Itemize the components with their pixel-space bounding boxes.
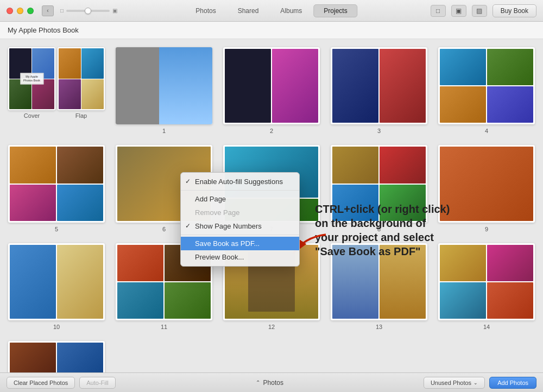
bottom-right: Unused Photos ⌄ Add Photos: [424, 377, 536, 389]
tab-albums[interactable]: Albums: [270, 4, 312, 17]
context-menu-item-save-pdf[interactable]: Save Book as PDF...: [181, 237, 299, 250]
slider-track[interactable]: [66, 10, 110, 12]
unused-photos-label: Unused Photos: [431, 380, 471, 386]
auto-fill-button: Auto-Fill: [79, 377, 115, 389]
back-button[interactable]: ‹: [42, 5, 54, 16]
add-photos-button[interactable]: Add Photos: [489, 377, 536, 389]
nav-arrows: ‹ □ ▣: [42, 5, 117, 16]
page-label: 5: [55, 226, 58, 232]
flap-label: Flap: [75, 112, 87, 119]
cover-label: Cover: [24, 112, 40, 119]
minimize-button[interactable]: [17, 8, 23, 14]
page-label: 3: [377, 128, 381, 134]
main-content: My ApplePhotos Book Cover Flap: [0, 39, 543, 372]
list-item[interactable]: 5: [8, 145, 105, 232]
context-menu-item-add-page[interactable]: Add Page: [181, 192, 299, 206]
page-title-bar: My Apple Photos Book: [0, 22, 543, 39]
traffic-lights: [7, 8, 34, 14]
unused-photos-button[interactable]: Unused Photos ⌄: [424, 377, 485, 389]
list-item[interactable]: My ApplePhotos Book Cover Flap: [8, 47, 105, 134]
page-label: 1: [162, 128, 166, 134]
slider-thumb[interactable]: [85, 8, 91, 14]
sidebar-icon[interactable]: ▨: [472, 5, 487, 17]
list-item[interactable]: 15: [8, 341, 105, 372]
context-menu-item-autofill[interactable]: Enable Auto-fill Suggestions: [181, 175, 299, 188]
share-icon[interactable]: □: [431, 5, 446, 17]
page-label: 10: [53, 324, 60, 330]
page-title: My Apple Photos Book: [8, 26, 79, 34]
tab-shared[interactable]: Shared: [228, 4, 269, 17]
context-menu-item-remove-page: Remove Page: [181, 206, 299, 219]
titlebar-right: □ ▣ ▨ Buy Book: [431, 4, 536, 17]
zoom-in-icon: ▣: [112, 8, 117, 14]
list-item[interactable]: 1: [116, 47, 212, 134]
list-item[interactable]: 3: [331, 47, 427, 134]
bottom-center: ⌃ Photos: [120, 379, 419, 387]
view-icon[interactable]: ▣: [451, 5, 466, 17]
context-menu: Enable Auto-fill Suggestions Add Page Re…: [180, 172, 300, 267]
callout-box: CTRL+click (or right click)on the backgr…: [315, 202, 500, 258]
context-menu-separator: [181, 190, 299, 191]
list-item[interactable]: 10: [8, 243, 105, 330]
tab-photos[interactable]: Photos: [185, 4, 226, 17]
zoom-slider: □ ▣: [60, 8, 117, 14]
page-label: 13: [376, 324, 382, 330]
bottom-bar: Clear Placed Photos Auto-Fill ⌃ Photos U…: [0, 372, 543, 392]
maximize-button[interactable]: [27, 8, 34, 14]
chevron-down-icon: ⌄: [473, 380, 478, 385]
page-label: 6: [162, 226, 166, 232]
titlebar: ‹ □ ▣ Photos Shared Albums Projects □ ▣ …: [0, 0, 543, 22]
buy-book-button[interactable]: Buy Book: [493, 4, 536, 17]
context-menu-item-show-page-numbers[interactable]: Show Page Numbers: [181, 219, 299, 233]
page-label: 12: [268, 324, 275, 330]
page-label: 14: [483, 324, 490, 330]
zoom-out-icon: □: [60, 8, 64, 14]
page-label: 11: [161, 324, 167, 330]
page-label: 2: [270, 128, 273, 134]
photos-label: Photos: [263, 379, 283, 387]
book-label: My ApplePhotos Book: [20, 73, 43, 84]
clear-placed-photos-button[interactable]: Clear Placed Photos: [7, 377, 75, 389]
list-item[interactable]: 2: [223, 47, 320, 134]
nav-tabs: Photos Shared Albums Projects: [185, 4, 357, 17]
context-menu-item-preview-book[interactable]: Preview Book...: [181, 250, 299, 264]
callout-text: CTRL+click (or right click)on the backgr…: [315, 202, 500, 258]
context-menu-separator-2: [181, 235, 299, 235]
page-label: 4: [485, 128, 488, 134]
list-item[interactable]: 4: [438, 47, 535, 134]
chevron-up-icon: ⌃: [256, 380, 260, 385]
tab-projects[interactable]: Projects: [313, 4, 357, 17]
close-button[interactable]: [7, 8, 13, 14]
